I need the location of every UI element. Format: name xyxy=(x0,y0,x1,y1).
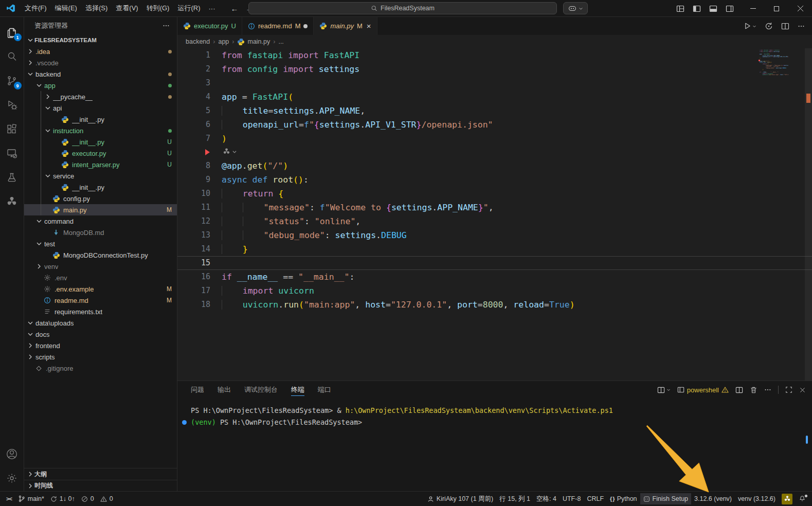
tab-close-icon[interactable]: × xyxy=(367,22,371,30)
explorer-icon[interactable]: 1 xyxy=(0,20,24,44)
breadcrumb-item[interactable]: main.py xyxy=(237,38,270,46)
status-item-python[interactable]: { }Python xyxy=(607,493,640,504)
tree-item[interactable]: config.py xyxy=(24,193,177,204)
tree-item[interactable]: .env xyxy=(24,272,177,283)
status-item-utf-8[interactable]: UTF-8 xyxy=(560,493,584,504)
tree-item[interactable]: readme.mdM xyxy=(24,295,177,306)
maximize-button[interactable] xyxy=(765,0,788,17)
tree-item[interactable]: main.pyM xyxy=(24,204,177,215)
extensions-icon[interactable] xyxy=(0,117,24,141)
outline-section[interactable]: 大纲 xyxy=(24,468,177,480)
toggle-sidebar-icon[interactable] xyxy=(693,5,701,13)
extension-swirl-icon[interactable] xyxy=(223,148,237,155)
terminal-scrollbar[interactable] xyxy=(806,436,808,444)
status-item-0[interactable]: 0 xyxy=(97,493,116,504)
breadcrumb-item[interactable]: ... xyxy=(278,38,283,45)
maximize-panel-icon[interactable] xyxy=(785,386,792,393)
back-arrow-icon[interactable]: ← xyxy=(230,4,238,13)
tree-item[interactable]: frontend xyxy=(24,340,177,351)
tree-item[interactable]: scripts xyxy=(24,351,177,363)
panel-tab-问题[interactable]: 问题 xyxy=(191,381,204,399)
panel-tab-调试控制台[interactable]: 调试控制台 xyxy=(244,381,278,399)
toggle-panel-icon[interactable] xyxy=(709,5,717,13)
breadcrumb-item[interactable]: backend xyxy=(186,38,210,45)
split-editor-icon[interactable] xyxy=(781,22,789,30)
tree-item[interactable]: api xyxy=(24,102,177,114)
status-item-1-0-[interactable]: 1↓ 0↑ xyxy=(47,493,78,504)
status-item--15-1[interactable]: 行 15, 列 1 xyxy=(496,493,533,504)
customize-layout-icon[interactable] xyxy=(676,5,684,13)
tree-item[interactable]: backend xyxy=(24,68,177,80)
tree-item[interactable]: .env.exampleM xyxy=(24,283,177,295)
terminal-content[interactable]: PS H:\OwnProject\FilesReadSysteam> & h:\… xyxy=(177,399,812,428)
status-item-3-12-6-venv-[interactable]: 3.12.6 (venv) xyxy=(691,493,735,504)
dirty-dot[interactable] xyxy=(303,24,308,28)
close-button[interactable] xyxy=(788,0,812,17)
tree-item[interactable]: __init__.py xyxy=(24,182,177,193)
tree-item[interactable]: docs xyxy=(24,329,177,340)
menu-item[interactable]: 选择(S) xyxy=(81,2,112,14)
status-item-0[interactable]: 0 xyxy=(78,493,97,504)
tab-readme-md[interactable]: readme.mdM xyxy=(242,17,314,35)
tree-item[interactable]: MongoDB.md xyxy=(24,227,177,238)
open-changes-icon[interactable] xyxy=(765,22,773,30)
account-icon[interactable] xyxy=(0,442,24,466)
tab-main-py[interactable]: main.pyM× xyxy=(314,17,377,35)
remote-explorer-icon[interactable] xyxy=(0,141,24,165)
tree-item[interactable]: .vscode xyxy=(24,57,177,68)
new-terminal-button[interactable] xyxy=(657,386,671,394)
tree-item[interactable]: service xyxy=(24,170,177,182)
tree-item[interactable]: app xyxy=(24,80,177,91)
status-item-remote[interactable]: >< xyxy=(3,493,15,504)
timeline-section[interactable]: 时间线 xyxy=(24,480,177,491)
tree-item[interactable]: .idea xyxy=(24,46,177,57)
editor-scrollbar[interactable] xyxy=(805,48,812,381)
menu-item[interactable]: 运行(R) xyxy=(173,2,204,14)
menu-item[interactable]: 文件(F) xyxy=(21,2,51,14)
tree-item[interactable]: __pycache__ xyxy=(24,91,177,102)
command-search-input[interactable]: FilesReadSysteam xyxy=(248,2,557,14)
run-python-file-button[interactable] xyxy=(744,22,756,30)
tree-item[interactable]: __init__.py xyxy=(24,114,177,125)
close-panel-icon[interactable] xyxy=(799,387,806,393)
panel-tab-终端[interactable]: 终端 xyxy=(291,381,304,399)
terminal-instance-item[interactable]: powershell xyxy=(677,386,729,394)
tree-item[interactable]: requirements.txt xyxy=(24,306,177,317)
copilot-button[interactable] xyxy=(563,2,588,14)
menu-item[interactable]: 查看(V) xyxy=(112,2,142,14)
tree-item[interactable]: intent_parser.pyU xyxy=(24,159,177,170)
panel-tab-输出[interactable]: 输出 xyxy=(218,381,231,399)
breadcrumb-item[interactable]: app xyxy=(218,38,229,45)
tree-item[interactable]: __init__.pyU xyxy=(24,136,177,148)
kill-terminal-icon[interactable] xyxy=(750,386,757,394)
editor-more-icon[interactable] xyxy=(798,23,805,30)
source-control-icon[interactable]: 9 xyxy=(0,68,24,93)
tree-root-folder[interactable]: FILESREADSYSTEAM xyxy=(24,34,177,46)
inline-suggestion-widget[interactable] xyxy=(177,146,812,159)
explorer-more-icon[interactable] xyxy=(163,22,170,29)
status-item-finish-setup[interactable]: Finish Setup xyxy=(640,493,691,504)
tree-item[interactable]: venv xyxy=(24,261,177,272)
status-item--4[interactable]: 空格: 4 xyxy=(533,493,560,504)
split-terminal-icon[interactable] xyxy=(735,386,743,394)
code-editor[interactable]: 1from fastapi import FastAPI2from config… xyxy=(177,48,812,381)
tree-item[interactable]: test xyxy=(24,238,177,249)
menu-item[interactable]: 编辑(E) xyxy=(51,2,81,14)
status-item-venv-3-12-6-[interactable]: venv (3.12.6) xyxy=(735,493,779,504)
extension-swirl-icon[interactable] xyxy=(0,189,24,213)
panel-tab-端口[interactable]: 端口 xyxy=(318,381,331,399)
menu-item[interactable]: 转到(G) xyxy=(142,2,174,14)
status-item-crlf[interactable]: CRLF xyxy=(584,493,607,504)
status-item-main-[interactable]: main* xyxy=(15,493,47,504)
status-item-bell[interactable] xyxy=(796,493,809,504)
tree-item[interactable]: executor.pyU xyxy=(24,148,177,159)
tree-item[interactable]: instruction xyxy=(24,125,177,136)
toggle-secondary-sidebar-icon[interactable] xyxy=(726,5,734,13)
tree-item[interactable]: .gitignore xyxy=(24,363,177,374)
tree-item[interactable]: MongoDBConnectionTest.py xyxy=(24,249,177,261)
minimize-button[interactable] xyxy=(741,0,765,17)
tab-executor-py[interactable]: executor.pyU xyxy=(177,17,242,35)
tree-item[interactable]: command xyxy=(24,215,177,227)
tree-item[interactable]: data\uploads xyxy=(24,317,177,329)
status-item-kiriaky-107-1-[interactable]: KiriAky 107 (1 周前) xyxy=(424,493,496,504)
